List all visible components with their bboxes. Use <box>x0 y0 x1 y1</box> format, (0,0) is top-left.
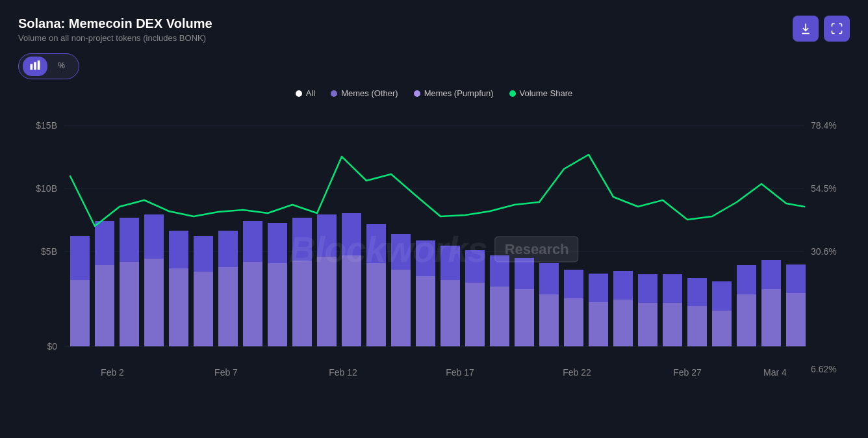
chart-legend: All Memes (Other) Memes (Pumpfun) Volume… <box>18 88 850 98</box>
bar-memes-pumpfun <box>515 258 534 289</box>
bar-memes-other <box>539 294 559 346</box>
bar-memes-pumpfun <box>218 231 238 267</box>
svg-text:$5B: $5B <box>41 246 57 257</box>
chart-title: Solana: Memecoin DEX Volume <box>18 16 212 31</box>
bar-memes-pumpfun <box>465 250 485 283</box>
bar-memes-other <box>663 303 682 346</box>
svg-rect-0 <box>31 64 33 70</box>
bar-memes-other <box>761 289 781 346</box>
bar-memes-other <box>194 272 213 346</box>
bar-memes-pumpfun <box>120 218 139 262</box>
bar-memes-pumpfun <box>539 263 559 294</box>
percent-toggle[interactable]: % <box>50 57 75 76</box>
svg-rect-2 <box>38 60 40 70</box>
bar-memes-other <box>786 293 806 346</box>
bar-memes-pumpfun <box>317 214 337 257</box>
legend-dot-memes-other <box>331 90 337 97</box>
bar-memes-pumpfun <box>342 213 361 255</box>
bar-memes-other <box>687 306 707 346</box>
bar-memes-pumpfun <box>95 221 114 265</box>
volume-share-line <box>70 155 804 226</box>
bar-memes-pumpfun <box>613 271 633 300</box>
bar-memes-pumpfun <box>144 214 164 259</box>
bar-memes-pumpfun <box>391 234 411 270</box>
bar-memes-other <box>613 300 633 346</box>
bar-memes-other <box>268 263 287 346</box>
bar-memes-pumpfun <box>268 223 287 263</box>
svg-text:30.6%: 30.6% <box>811 246 837 257</box>
chart-type-toggle: % <box>18 53 79 79</box>
bar-memes-other <box>465 283 485 346</box>
bar-memes-pumpfun <box>589 274 608 302</box>
svg-text:54.5%: 54.5% <box>811 183 837 194</box>
svg-text:Feb 2: Feb 2 <box>101 367 124 378</box>
legend-label-memes-other: Memes (Other) <box>341 88 398 98</box>
svg-text:$15B: $15B <box>36 120 57 131</box>
svg-text:%: % <box>58 61 65 70</box>
bar-memes-pumpfun <box>564 270 583 298</box>
bar-memes-other <box>342 255 361 346</box>
legend-dot-memes-pumpfun <box>414 90 420 97</box>
bar-memes-pumpfun <box>712 281 732 311</box>
legend-dot-all <box>296 90 302 97</box>
chart-header: Solana: Memecoin DEX Volume Volume on al… <box>18 16 850 43</box>
legend-label-volume-share: Volume Share <box>520 88 573 98</box>
bar-memes-pumpfun <box>761 260 781 289</box>
bar-memes-other <box>292 261 312 346</box>
bar-memes-other <box>317 257 337 346</box>
bar-memes-pumpfun <box>366 224 386 263</box>
legend-label-all: All <box>306 88 315 98</box>
bar-memes-other <box>120 262 139 346</box>
bar-memes-other <box>589 302 608 346</box>
chart-subtitle: Volume on all non-project tokens (includ… <box>18 33 212 43</box>
bar-memes-other <box>737 294 756 346</box>
bar-memes-other <box>218 267 238 346</box>
bar-memes-other <box>490 287 509 346</box>
bar-memes-pumpfun <box>194 236 213 272</box>
chart-svg: $15B $10B $5B $0 78.4% 54.5% 30.6% 6.62%… <box>18 106 850 392</box>
bar-memes-pumpfun <box>638 274 657 303</box>
legend-label-memes-pumpfun: Memes (Pumpfun) <box>424 88 494 98</box>
svg-text:78.4%: 78.4% <box>811 120 837 131</box>
bar-memes-other <box>564 298 583 346</box>
legend-all: All <box>296 88 315 98</box>
bar-memes-other <box>95 265 114 346</box>
expand-button[interactable] <box>824 16 850 42</box>
svg-rect-1 <box>34 62 36 70</box>
bar-memes-other <box>416 276 435 346</box>
svg-text:Mar 4: Mar 4 <box>763 367 787 378</box>
bar-memes-other <box>366 263 386 346</box>
legend-dot-volume-share <box>509 90 516 97</box>
bar-memes-pumpfun <box>687 278 707 306</box>
chart-container: Solana: Memecoin DEX Volume Volume on al… <box>0 0 868 438</box>
svg-text:Feb 22: Feb 22 <box>563 367 591 378</box>
bar-chart-toggle[interactable] <box>23 57 47 76</box>
svg-text:Feb 7: Feb 7 <box>214 367 238 378</box>
title-block: Solana: Memecoin DEX Volume Volume on al… <box>18 16 212 43</box>
bar-memes-other <box>712 311 732 346</box>
chart-area: $15B $10B $5B $0 78.4% 54.5% 30.6% 6.62%… <box>18 106 850 392</box>
legend-memes-other: Memes (Other) <box>331 88 398 98</box>
bar-memes-other <box>638 303 657 346</box>
svg-text:6.62%: 6.62% <box>811 364 837 374</box>
legend-volume-share: Volume Share <box>509 88 573 98</box>
legend-memes-pumpfun: Memes (Pumpfun) <box>414 88 494 98</box>
bar-memes-other <box>440 280 460 346</box>
bar-memes-pumpfun <box>490 255 509 287</box>
bar-memes-pumpfun <box>416 240 435 276</box>
svg-text:Feb 17: Feb 17 <box>446 367 474 378</box>
svg-text:Feb 12: Feb 12 <box>329 367 357 378</box>
bar-memes-other <box>243 262 262 346</box>
bar-memes-other <box>70 280 90 346</box>
bar-memes-pumpfun <box>786 264 806 293</box>
bar-memes-other <box>169 268 188 346</box>
header-actions <box>793 16 850 42</box>
bar-memes-pumpfun <box>169 231 188 268</box>
bar-memes-pumpfun <box>737 265 756 294</box>
bar-memes-pumpfun <box>663 274 682 303</box>
bar-memes-other <box>144 259 164 346</box>
download-button[interactable] <box>793 16 819 42</box>
bar-memes-other <box>515 289 534 346</box>
bar-memes-pumpfun <box>292 218 312 261</box>
bar-memes-pumpfun <box>70 236 90 280</box>
